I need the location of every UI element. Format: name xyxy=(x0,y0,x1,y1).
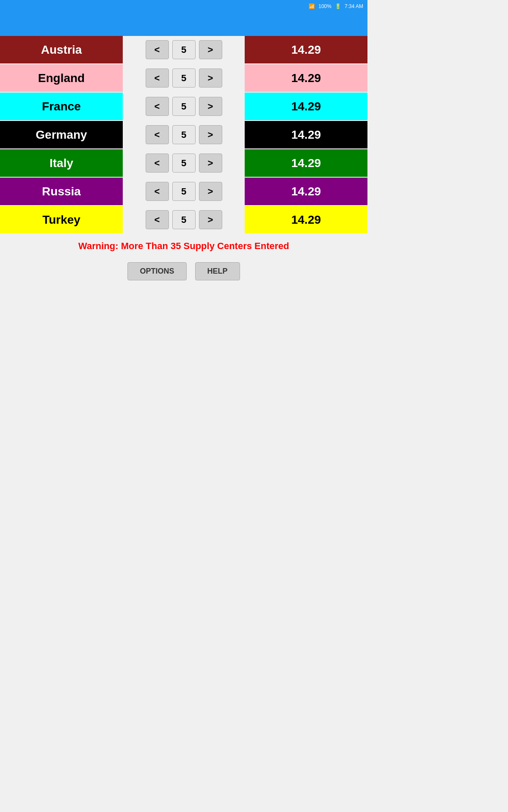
score-label-turkey: 14.29 xyxy=(245,206,367,233)
score-label-italy: 14.29 xyxy=(245,149,367,177)
decrement-england[interactable]: < xyxy=(146,69,169,88)
country-label-austria: Austria xyxy=(0,36,123,63)
score-label-france: 14.29 xyxy=(245,93,367,120)
score-label-russia: 14.29 xyxy=(245,178,367,205)
decrement-germany[interactable]: < xyxy=(146,125,169,144)
score-label-england: 14.29 xyxy=(245,64,367,92)
country-row-russia: Russia < 5 > 14.29 xyxy=(0,178,367,205)
stepper-england: < 5 > xyxy=(123,69,245,88)
value-austria: 5 xyxy=(172,40,196,59)
increment-france[interactable]: > xyxy=(199,97,222,116)
value-england: 5 xyxy=(172,69,196,88)
value-france: 5 xyxy=(172,97,196,116)
country-row-france: France < 5 > 14.29 xyxy=(0,93,367,120)
battery-text: 100% xyxy=(318,3,331,9)
score-label-austria: 14.29 xyxy=(245,36,367,63)
country-label-germany: Germany xyxy=(0,121,123,148)
country-row-germany: Germany < 5 > 14.29 xyxy=(0,121,367,148)
decrement-austria[interactable]: < xyxy=(146,40,169,59)
time-text: 7:34 AM xyxy=(345,3,363,9)
increment-austria[interactable]: > xyxy=(199,40,222,59)
stepper-france: < 5 > xyxy=(123,97,245,116)
increment-russia[interactable]: > xyxy=(199,182,222,201)
increment-turkey[interactable]: > xyxy=(199,210,222,229)
stepper-turkey: < 5 > xyxy=(123,210,245,229)
country-row-england: England < 5 > 14.29 xyxy=(0,64,367,92)
country-row-austria: Austria < 5 > 14.29 xyxy=(0,36,367,63)
country-label-england: England xyxy=(0,64,123,92)
decrement-france[interactable]: < xyxy=(146,97,169,116)
decrement-turkey[interactable]: < xyxy=(146,210,169,229)
country-row-italy: Italy < 5 > 14.29 xyxy=(0,149,367,177)
main-content: Austria < 5 > 14.29 England < 5 > 14.29 xyxy=(0,36,367,812)
wifi-icon: 📶 xyxy=(309,3,315,9)
country-row-turkey: Turkey < 5 > 14.29 xyxy=(0,206,367,233)
action-buttons: OPTIONS HELP xyxy=(0,258,367,285)
score-label-germany: 14.29 xyxy=(245,121,367,148)
decrement-russia[interactable]: < xyxy=(146,182,169,201)
help-button[interactable]: HELP xyxy=(195,262,240,280)
stepper-germany: < 5 > xyxy=(123,125,245,144)
countries-container: Austria < 5 > 14.29 England < 5 > 14.29 xyxy=(0,36,367,233)
value-russia: 5 xyxy=(172,182,196,201)
country-label-russia: Russia xyxy=(0,178,123,205)
options-button[interactable]: OPTIONS xyxy=(127,262,186,280)
increment-italy[interactable]: > xyxy=(199,154,222,173)
value-germany: 5 xyxy=(172,125,196,144)
increment-germany[interactable]: > xyxy=(199,125,222,144)
status-bar: 📶 100% 🔋 7:34 AM xyxy=(0,0,367,13)
country-label-italy: Italy xyxy=(0,149,123,177)
header-bar xyxy=(0,13,367,36)
battery-icon: 🔋 xyxy=(335,3,341,9)
stepper-russia: < 5 > xyxy=(123,182,245,201)
value-turkey: 5 xyxy=(172,210,196,229)
increment-england[interactable]: > xyxy=(199,69,222,88)
country-label-turkey: Turkey xyxy=(0,206,123,233)
warning-message: Warning: More Than 35 Supply Centers Ent… xyxy=(0,234,367,258)
stepper-italy: < 5 > xyxy=(123,154,245,173)
country-label-france: France xyxy=(0,93,123,120)
decrement-italy[interactable]: < xyxy=(146,154,169,173)
stepper-austria: < 5 > xyxy=(123,40,245,59)
value-italy: 5 xyxy=(172,154,196,173)
